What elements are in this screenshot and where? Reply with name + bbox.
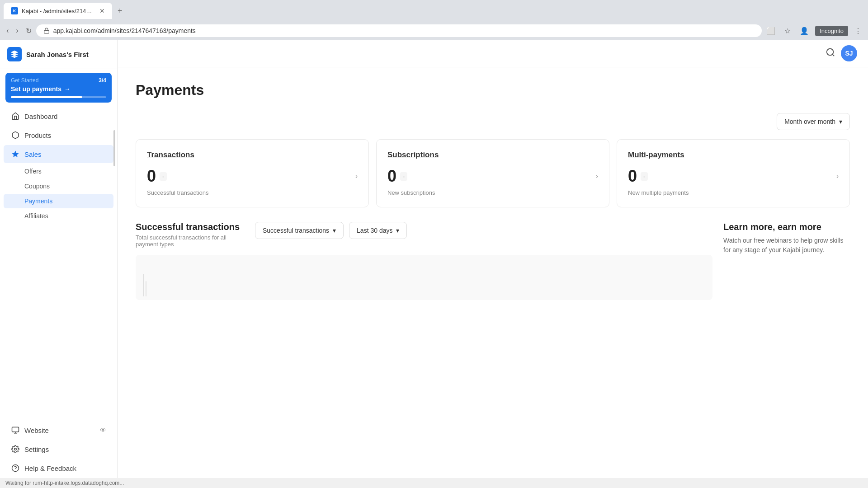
browser-actions: ⬜ ☆ 👤 Incognito ⋮ [764,25,864,37]
multipayments-change: - [641,172,648,181]
main-content: SJ Payments Month over month ▾ Transacti… [118,40,868,478]
sidebar-item-products[interactable]: Products [4,126,113,144]
chevron-down-icon: ▾ [333,227,336,234]
offers-label: Offers [24,168,42,175]
products-label: Products [24,131,51,139]
payments-label: Payments [24,197,52,205]
status-text: Waiting for rum-http-intake.logs.datadog… [5,480,124,486]
sidebar-item-settings[interactable]: Settings [4,440,113,458]
transactions-value: 0 [147,167,156,186]
sidebar-item-offers[interactable]: Offers [4,164,113,178]
multipayments-value: 0 [628,167,637,186]
chart-area [136,255,712,300]
forward-button[interactable]: › [13,25,21,37]
multipayments-card-title: Multi-payments [628,150,839,160]
get-started-progress-fill [11,96,82,98]
learn-more-description: Watch our free webinars to help grow ski… [723,236,850,255]
get-started-top: Get Started 3/4 [11,77,106,84]
tab-favicon: K [11,7,18,14]
sidebar-scrollbar[interactable] [113,130,115,166]
sidebar-item-payments[interactable]: Payments [4,194,113,208]
search-button[interactable] [826,47,835,60]
new-tab-button[interactable]: + [114,5,126,18]
multipayments-label: New multiple payments [628,189,839,196]
period-filter-label: Last 30 days [357,227,392,234]
transactions-chart-title: Successful transactions [136,222,244,232]
get-started-count: 3/4 [99,77,106,84]
browser-tabs: K Kajabi - /admin/sites/214764716... ✕ + [4,3,126,19]
affiliates-label: Affiliates [24,212,48,220]
incognito-button[interactable]: Incognito [815,26,848,36]
transactions-type-filter[interactable]: Successful transactions ▾ [255,222,344,239]
get-started-label: Get Started [11,77,38,84]
sidebar-header: Sarah Jonas's First [0,40,117,69]
sidebar-item-affiliates[interactable]: Affiliates [4,209,113,223]
menu-button[interactable]: ⋮ [852,25,864,37]
house-icon [11,112,20,121]
multipayments-card[interactable]: Multi-payments 0 - › New multiple paymen… [617,139,850,207]
top-bar: SJ [118,40,868,67]
sidebar-item-sales[interactable]: Sales [4,145,113,163]
subscriptions-value: 0 [387,167,396,186]
browser-nav-bar: ‹ › ↻ app.kajabi.com/admin/sites/2147647… [0,22,868,40]
transactions-bottom-layout: Successful transactions Total successful… [136,222,712,248]
transactions-value-row: 0 - › [147,167,358,186]
tab-close-button[interactable]: ✕ [99,7,105,14]
box-icon [11,131,20,140]
gear-icon [11,445,20,454]
transactions-period-filter[interactable]: Last 30 days ▾ [349,222,407,239]
chart-bar [143,274,144,296]
subscriptions-arrow-icon: › [596,172,598,180]
dashboard-label: Dashboard [24,113,57,120]
question-icon [11,464,20,473]
cast-button[interactable]: ⬜ [764,25,778,37]
cards-row: Transactions 0 - › Successful transactio… [136,139,850,207]
status-bar: Waiting for rum-http-intake.logs.datadog… [0,478,868,488]
help-label: Help & Feedback [24,465,76,472]
monitor-icon [11,426,20,435]
sidebar-item-help[interactable]: Help & Feedback [4,459,113,477]
multipayments-value-row: 0 - › [628,167,839,186]
bottom-section: Successful transactions Total successful… [136,222,850,300]
url-text: app.kajabi.com/admin/sites/2147647163/pa… [53,27,196,34]
svg-rect-1 [12,427,19,432]
transactions-chart-subtitle: Total successful transactions for all pa… [136,234,244,248]
sidebar-nav: Dashboard Products Sales Offers Coupons [0,106,117,224]
subscriptions-value-row: 0 - › [387,167,598,186]
learn-more-section: Learn more, earn more Watch our free web… [723,222,850,300]
chart-bar [146,281,146,296]
get-started-banner[interactable]: Get Started 3/4 Set up payments → [5,73,112,103]
sidebar-item-coupons[interactable]: Coupons [4,179,113,193]
chevron-down-icon: ▾ [396,227,399,234]
address-bar[interactable]: app.kajabi.com/admin/sites/2147647163/pa… [36,24,762,37]
sidebar: Sarah Jonas's First Get Started 3/4 Set … [0,40,118,478]
svg-line-8 [832,54,834,56]
user-avatar[interactable]: SJ [841,45,857,61]
site-name: Sarah Jonas's First [26,51,89,58]
browser-chrome: K Kajabi - /admin/sites/214764716... ✕ + [0,0,868,22]
get-started-progress-bar [11,96,106,98]
lock-icon [43,28,50,34]
sidebar-item-dashboard[interactable]: Dashboard [4,107,113,125]
sales-label: Sales [24,150,42,158]
diamond-icon [11,150,20,159]
page-title: Payments [136,82,850,99]
transactions-filter-label: Successful transactions [263,227,329,234]
svg-rect-0 [44,30,49,33]
subscriptions-label: New subscriptions [387,189,598,196]
subscriptions-card[interactable]: Subscriptions 0 - › New subscriptions [376,139,609,207]
transactions-card[interactable]: Transactions 0 - › Successful transactio… [136,139,369,207]
bookmark-button[interactable]: ☆ [782,25,793,37]
active-tab[interactable]: K Kajabi - /admin/sites/214764716... ✕ [4,3,112,19]
refresh-button[interactable]: ↻ [23,25,34,37]
profile-button[interactable]: 👤 [797,25,811,37]
eye-icon: 👁 [100,427,106,434]
sidebar-bottom-nav: Website 👁 Settings Help & Feedback [0,420,117,478]
subscriptions-change: - [400,172,407,181]
month-over-month-dropdown[interactable]: Month over month ▾ [777,113,850,130]
transactions-card-title: Transactions [147,150,358,160]
filter-row: Month over month ▾ [136,113,850,130]
back-button[interactable]: ‹ [4,25,11,37]
sidebar-item-website[interactable]: Website 👁 [4,421,113,439]
filter-dropdown-label: Month over month [784,118,835,125]
